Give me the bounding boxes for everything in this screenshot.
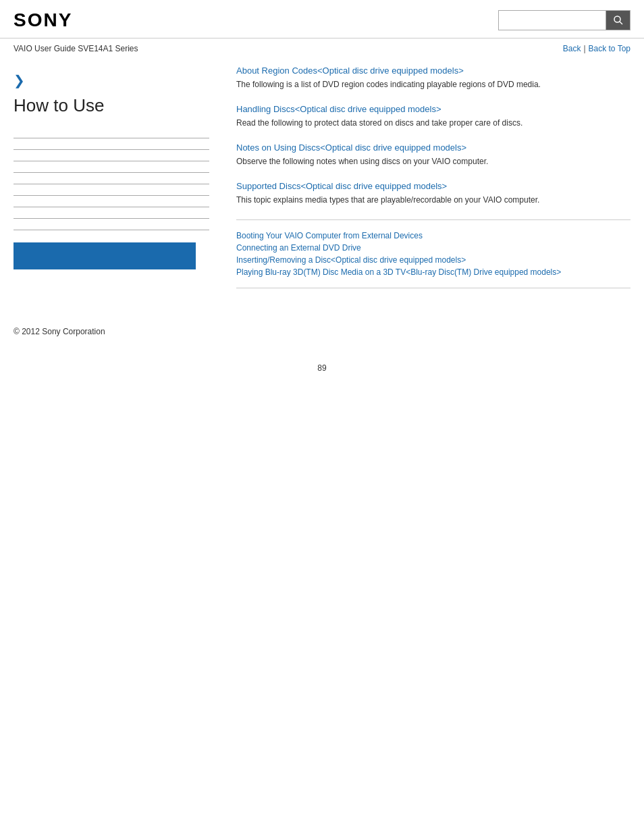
sidebar: ❯ How to Use xyxy=(14,66,209,299)
section-region-codes: About Region Codes<Optical disc drive eq… xyxy=(236,66,630,90)
handling-discs-desc: Read the following to protect data store… xyxy=(236,117,630,129)
region-codes-desc: The following is a list of DVD region co… xyxy=(236,78,630,90)
section-notes-using-discs: Notes on Using Discs<Optical disc drive … xyxy=(236,142,630,167)
copyright: © 2012 Sony Corporation xyxy=(14,327,105,336)
search-icon xyxy=(613,15,624,26)
list-item xyxy=(14,219,209,230)
page-number: 89 xyxy=(0,350,644,386)
svg-point-0 xyxy=(614,16,620,22)
supported-discs-desc: This topic explains media types that are… xyxy=(236,194,630,206)
booting-external-link[interactable]: Booting Your VAIO Computer from External… xyxy=(236,231,630,240)
back-to-top-link[interactable]: Back to Top xyxy=(589,44,630,53)
content-divider-bottom xyxy=(236,288,630,288)
connecting-dvd-link[interactable]: Connecting an External DVD Drive xyxy=(236,243,630,253)
nav-links: Back | Back to Top xyxy=(563,44,630,53)
section-handling-discs: Handling Discs<Optical disc drive equipp… xyxy=(236,104,630,129)
list-item xyxy=(14,161,209,173)
svg-line-1 xyxy=(620,22,622,24)
list-item xyxy=(14,127,209,138)
list-item xyxy=(14,173,209,184)
list-item xyxy=(14,150,209,161)
sidebar-title: How to Use xyxy=(14,95,209,116)
section-supported-discs: Supported Discs<Optical disc drive equip… xyxy=(236,181,630,206)
search-area xyxy=(498,10,630,30)
search-input[interactable] xyxy=(498,10,606,30)
list-item xyxy=(14,207,209,219)
inserting-removing-link[interactable]: Inserting/Removing a Disc<Optical disc d… xyxy=(236,255,630,265)
secondary-links: Booting Your VAIO Computer from External… xyxy=(236,231,630,277)
notes-using-discs-link[interactable]: Notes on Using Discs<Optical disc drive … xyxy=(236,142,630,153)
guide-title: VAIO User Guide SVE14A1 Series xyxy=(14,44,138,53)
region-codes-link[interactable]: About Region Codes<Optical disc drive eq… xyxy=(236,66,630,76)
main-content: ❯ How to Use About Region Codes<Optical … xyxy=(0,59,644,313)
page-header: SONY xyxy=(0,0,644,38)
list-item xyxy=(14,196,209,207)
footer: © 2012 Sony Corporation xyxy=(0,313,644,350)
search-button[interactable] xyxy=(606,10,630,30)
sidebar-nav xyxy=(14,127,209,230)
nav-separator: | xyxy=(583,44,585,53)
playing-bluray-link[interactable]: Playing Blu-ray 3D(TM) Disc Media on a 3… xyxy=(236,267,630,277)
handling-discs-link[interactable]: Handling Discs<Optical disc drive equipp… xyxy=(236,104,630,114)
sidebar-blue-box xyxy=(14,242,196,269)
sidebar-arrow: ❯ xyxy=(14,72,209,88)
supported-discs-link[interactable]: Supported Discs<Optical disc drive equip… xyxy=(236,181,630,191)
sony-logo: SONY xyxy=(14,9,72,31)
list-item xyxy=(14,138,209,150)
list-item xyxy=(14,184,209,196)
content-area: About Region Codes<Optical disc drive eq… xyxy=(223,66,630,299)
back-link[interactable]: Back xyxy=(563,44,581,53)
notes-using-discs-desc: Observe the following notes when using d… xyxy=(236,155,630,167)
breadcrumb-bar: VAIO User Guide SVE14A1 Series Back | Ba… xyxy=(0,38,644,59)
content-divider-top xyxy=(236,219,630,220)
